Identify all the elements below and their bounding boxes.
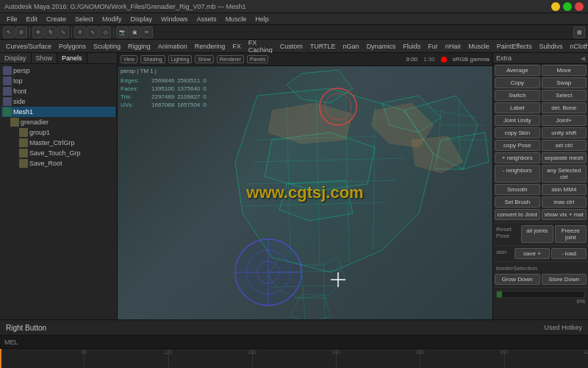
menu-item-create[interactable]: Create bbox=[43, 15, 70, 24]
outliner-item-persp[interactable]: persp bbox=[1, 66, 115, 76]
menu-item-help[interactable]: Help bbox=[251, 15, 273, 24]
rp-btn-sel-brush[interactable]: Sel Brush bbox=[495, 197, 540, 208]
shelf-item-painteffects[interactable]: PaintEffects bbox=[494, 42, 535, 51]
outliner-item-group1[interactable]: group1 bbox=[1, 127, 115, 138]
menu-item-modify[interactable]: Modify bbox=[98, 15, 126, 24]
shelf-item-rigging[interactable]: Rigging bbox=[125, 42, 154, 51]
rp-btn-convert-to-joint[interactable]: convert to Joint bbox=[495, 209, 540, 220]
rp-btn-move[interactable]: Move bbox=[542, 65, 587, 76]
display-tab[interactable]: Display bbox=[0, 53, 32, 63]
rp-btn-swap[interactable]: Swap bbox=[542, 77, 587, 88]
grow-down-button[interactable]: Grow Down bbox=[495, 274, 540, 285]
menu-item-select[interactable]: Select bbox=[71, 15, 97, 24]
scale-tool-button[interactable]: ⤡ bbox=[57, 26, 69, 38]
layout-button[interactable]: ▦ bbox=[573, 26, 585, 38]
outliner-item-save-root[interactable]: Save_Root bbox=[1, 158, 115, 169]
shelf-item-animation[interactable]: Animation bbox=[155, 42, 190, 51]
rp-btn-label[interactable]: Label bbox=[495, 102, 540, 113]
rotate-tool-button[interactable]: ↻ bbox=[45, 26, 57, 38]
rp-btn-copy[interactable]: Copy bbox=[495, 77, 540, 88]
shelf-item-fur[interactable]: Fur bbox=[425, 42, 441, 51]
store-down-button[interactable]: Store Down bbox=[542, 274, 587, 285]
shelf-item-fx-caching[interactable]: FX Caching bbox=[245, 38, 276, 54]
shelf-item-muscle[interactable]: Muscle bbox=[465, 42, 492, 51]
rp-btn-skin-mm4[interactable]: skin MM4 bbox=[542, 184, 587, 195]
shelf-item-subdivs[interactable]: Subdivs bbox=[537, 42, 566, 51]
panels-tab[interactable]: Panels bbox=[57, 53, 87, 63]
shelf-item-nhair[interactable]: nHair bbox=[442, 42, 465, 51]
viewport-canvas[interactable]: persp | TM 1 | Edges:256984625835110Face… bbox=[118, 66, 492, 319]
move-tool-button[interactable]: ✛ bbox=[32, 26, 44, 38]
maximize-button[interactable] bbox=[563, 2, 572, 11]
menu-item-display[interactable]: Display bbox=[127, 15, 157, 24]
shelf-item-fx[interactable]: FX bbox=[229, 42, 244, 51]
lasso-tool-button[interactable]: ⊙ bbox=[15, 26, 27, 38]
rp-btn-smooth[interactable]: Smooth bbox=[495, 184, 540, 195]
show-menu[interactable]: Show bbox=[195, 55, 214, 63]
snap-grid-button[interactable]: # bbox=[74, 26, 86, 38]
outliner-item-side[interactable]: side bbox=[1, 96, 115, 107]
right-panel-scroll[interactable]: AverageMoveCopySwapSwitchSelectLabeldel.… bbox=[493, 64, 588, 319]
rp-btn-copy-pose[interactable]: copy Pose bbox=[495, 140, 540, 151]
snap-point-button[interactable]: ◇ bbox=[99, 26, 111, 38]
timeline-track[interactable]: 160120180240300360420 bbox=[0, 349, 588, 368]
right-panel-collapse[interactable]: ◀ bbox=[581, 55, 585, 62]
camera-button[interactable]: 📷 bbox=[116, 26, 128, 38]
rp-btn-unity-shift[interactable]: unity shift bbox=[542, 127, 587, 138]
shelf-item-ngan[interactable]: nGan bbox=[340, 42, 362, 51]
freeze-joint-button[interactable]: Freeze joint bbox=[555, 225, 587, 243]
panels-menu[interactable]: Panels bbox=[247, 55, 268, 63]
rp-btn---neighbors[interactable]: - neighbors bbox=[495, 165, 540, 183]
shading-menu[interactable]: Shading bbox=[140, 55, 165, 63]
all-joints-button[interactable]: all joints bbox=[521, 225, 553, 243]
close-button[interactable] bbox=[575, 2, 584, 11]
rp-btn-copy-skin[interactable]: copy Skin bbox=[495, 127, 540, 138]
shelf-item-turtle[interactable]: TURTLE bbox=[307, 42, 339, 51]
select-tool-button[interactable]: ↖ bbox=[3, 26, 15, 38]
renderer-menu[interactable]: Renderer bbox=[217, 55, 244, 63]
shelf-item-dynamics[interactable]: Dynamics bbox=[364, 42, 399, 51]
rp-btn-mas-ctrl[interactable]: mas ctrl bbox=[542, 197, 587, 208]
rp-btn-select[interactable]: Select bbox=[542, 90, 587, 101]
paint-button[interactable]: ✏ bbox=[141, 26, 153, 38]
rp-btn-del--bone[interactable]: del. Bone bbox=[542, 102, 587, 113]
timeline-playhead[interactable] bbox=[0, 349, 1, 368]
rp-btn-set-ctrl[interactable]: set ctrl bbox=[542, 140, 587, 151]
render-button[interactable]: ▣ bbox=[129, 26, 140, 38]
viewport[interactable]: View Shading Lighting Show Renderer Pane… bbox=[118, 53, 492, 319]
lighting-menu[interactable]: Lighting bbox=[168, 55, 193, 63]
outliner-item-mesh1[interactable]: Mesh1 bbox=[1, 107, 115, 117]
rp-btn-average[interactable]: Average bbox=[495, 65, 540, 76]
skin-load-button[interactable]: - load bbox=[551, 248, 587, 259]
shelf-item-custom[interactable]: Custom bbox=[277, 42, 306, 51]
shelf-item-fluids[interactable]: Fluids bbox=[400, 42, 423, 51]
rp-btn-separate-mesh[interactable]: separate mesh bbox=[542, 152, 587, 163]
menu-item-windows[interactable]: Windows bbox=[157, 15, 192, 24]
outliner-item-save-touch-grp[interactable]: Save_Touch_Grp bbox=[1, 148, 115, 158]
shelf-item-rendering[interactable]: Rendering bbox=[192, 42, 229, 51]
menu-item-file[interactable]: File bbox=[3, 15, 21, 24]
outliner-item-front[interactable]: front bbox=[1, 86, 115, 96]
outliner-item-top[interactable]: top bbox=[1, 76, 115, 86]
rp-btn-any-selected-ctrl[interactable]: any Selected ctrl bbox=[542, 165, 587, 183]
shelf-item-sculpting[interactable]: Sculpting bbox=[90, 42, 123, 51]
outliner-item-grenadier[interactable]: grenadier bbox=[1, 117, 115, 127]
snap-curve-button[interactable]: ∿ bbox=[87, 26, 98, 38]
rp-btn-joint-[interactable]: Joint+ bbox=[542, 115, 587, 126]
outliner-item-master-ctrlgrp[interactable]: Master_CtrlGrp bbox=[1, 138, 115, 148]
menu-item-muscle[interactable]: Muscle bbox=[222, 15, 251, 24]
rp-btn-joint-unity[interactable]: Joint Unity bbox=[495, 115, 540, 126]
shelf-item-ncloth[interactable]: nCloth bbox=[567, 42, 588, 51]
skin-save-button[interactable]: save + bbox=[514, 248, 550, 259]
minimize-button[interactable] bbox=[551, 2, 560, 11]
rp-btn-show-vtx---mat[interactable]: show vtx + mat bbox=[542, 209, 587, 220]
menu-item-assets[interactable]: Assets bbox=[193, 15, 220, 24]
view-menu[interactable]: View bbox=[121, 55, 137, 63]
command-input[interactable] bbox=[21, 339, 584, 346]
shelf-item-curves/surface[interactable]: Curves/Surface bbox=[3, 42, 54, 51]
show-tab[interactable]: Show bbox=[32, 53, 58, 63]
menu-item-edit[interactable]: Edit bbox=[23, 15, 42, 24]
shelf-item-polygons[interactable]: Polygons bbox=[56, 42, 89, 51]
rp-btn-switch[interactable]: Switch bbox=[495, 90, 540, 101]
rp-btn---neighbors[interactable]: + neighbors bbox=[495, 152, 540, 163]
